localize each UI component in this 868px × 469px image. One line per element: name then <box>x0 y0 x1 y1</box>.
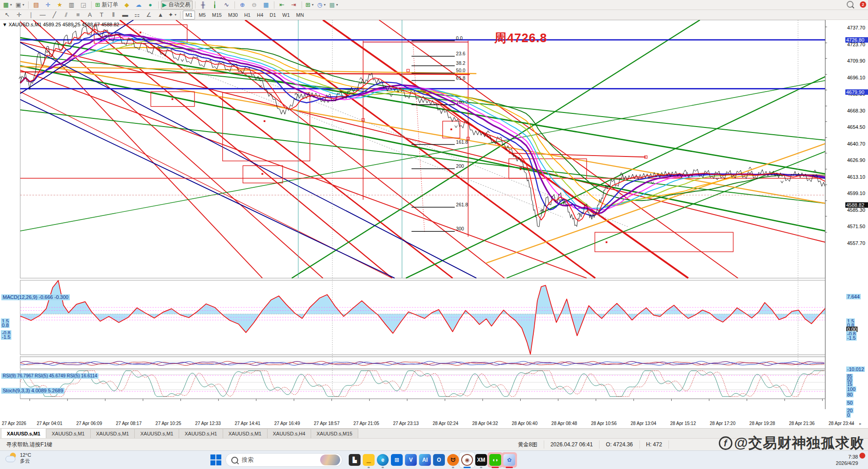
timeframe-m1[interactable]: M1 <box>183 10 195 20</box>
timeframe-d1[interactable]: D1 <box>267 10 279 20</box>
chart-scroll-arrows[interactable]: ◂ ▸ <box>851 421 864 426</box>
search-icon <box>231 457 238 464</box>
terminal-button[interactable]: ▥ <box>66 0 77 10</box>
weather-desc: 多云 <box>20 458 31 464</box>
svg-text:261.8: 261.8 <box>456 202 468 207</box>
notification-badge[interactable] <box>859 453 865 459</box>
photos-app-icon[interactable]: ▙ <box>347 452 362 468</box>
price-label: 4557.70 <box>847 240 865 246</box>
new-chart-button[interactable]: ▦▾ <box>2 0 13 10</box>
microsoft-store-icon[interactable]: ⊞ <box>389 452 405 468</box>
chart-tab-4[interactable]: XAUUSD.s,H1 <box>179 429 223 438</box>
svg-text:300: 300 <box>456 226 464 231</box>
microsoft-store-icon: ⊞ <box>391 454 403 466</box>
chart-tab-3[interactable]: XAUUSD.s,M1 <box>134 429 179 438</box>
search-highlight-thumbnail[interactable] <box>320 454 340 465</box>
weekly-level-annotation: 周4726.8 <box>494 30 547 46</box>
wechat-icon: ◖◗ <box>489 454 501 466</box>
chart-tab-6[interactable]: XAUUSD.s,H4 <box>267 429 312 438</box>
tile-windows-button[interactable]: ▦ <box>261 0 272 10</box>
time-label: 27 Apr 16:49 <box>274 421 300 426</box>
timeframe-h4[interactable]: H4 <box>254 10 266 20</box>
v-app-icon[interactable]: V <box>403 452 419 468</box>
periods-button[interactable]: ◷▾ <box>316 0 327 10</box>
timeframe-mn[interactable]: MN <box>293 10 307 20</box>
stoch-level-label: 80 <box>846 392 853 397</box>
channel-tool[interactable]: ⫽ <box>61 10 72 20</box>
photos-app-icon: ▙ <box>349 454 361 466</box>
office-app-icon[interactable]: O <box>431 452 447 468</box>
file-explorer-icon[interactable]: ▁ <box>361 452 376 468</box>
text-tool[interactable]: T <box>96 10 107 20</box>
fibonacci-tool[interactable]: ≡ <box>73 10 83 20</box>
line-chart-button[interactable]: ∿ <box>221 0 232 10</box>
svg-text:23.6: 23.6 <box>456 51 466 56</box>
zoom-in-button[interactable]: ⊕ <box>237 0 248 10</box>
community-button[interactable]: ☁ <box>133 0 144 10</box>
price-label: 4640.70 <box>847 141 865 147</box>
wechat-icon[interactable]: ◖◗ <box>488 452 503 468</box>
new-order-button[interactable]: ⊞新订单 <box>94 0 121 10</box>
angle-tool[interactable]: ∠ <box>143 10 154 20</box>
screen-recorder-icon[interactable]: ◉ <box>459 452 475 468</box>
metaeditor-button[interactable]: ◆ <box>122 0 132 10</box>
price-label: 4696.10 <box>847 75 865 80</box>
navigator-button[interactable]: ★ <box>54 0 65 10</box>
time-label: 27 Apr 04:01 <box>37 421 63 426</box>
taskbar-clock[interactable]: 7:38 2026/4/29 <box>836 454 858 466</box>
autotrading-button[interactable]: ▶自动交易 <box>161 0 193 10</box>
market-button[interactable]: ● <box>145 0 156 10</box>
triangle-tool[interactable]: ▲ <box>155 10 166 20</box>
profiles-button[interactable]: ▣▾ <box>14 0 25 10</box>
data-window-button[interactable]: ✛ <box>43 0 54 10</box>
magnifier-overlay-icon[interactable] <box>847 1 853 8</box>
xm-trading-icon[interactable]: XM <box>473 452 489 468</box>
strategy-tester-button[interactable]: ◲ <box>78 0 89 10</box>
time-label: 28 Apr 13:04 <box>630 421 656 426</box>
timeframe-h1[interactable]: H1 <box>241 10 253 20</box>
stoch-level-label: 50 <box>846 400 853 405</box>
chart-tab-7[interactable]: XAUUSD.s,M15 <box>311 429 358 438</box>
indicators-button[interactable]: ⊞▾ <box>304 0 315 10</box>
trendline-tool[interactable]: ╱ <box>49 10 60 20</box>
cursor-tool[interactable]: ↖ <box>2 10 13 20</box>
rectangle-tool[interactable]: ▬ <box>120 10 131 20</box>
market-watch-button[interactable]: ▤ <box>31 0 42 10</box>
arrow-style-tool[interactable]: A <box>84 10 95 20</box>
chart-shift-button[interactable]: ⇤ <box>277 0 288 10</box>
chart-tab-0[interactable]: XAUUSD.s,M1 <box>1 428 46 438</box>
timeframe-m30[interactable]: M30 <box>225 10 240 20</box>
status-profile[interactable]: 黄金8图 <box>512 440 544 449</box>
paint-app-icon[interactable]: ✿ <box>502 452 517 468</box>
price-line-badge: 4726.80 <box>845 37 868 43</box>
horizontal-line-tool[interactable]: — <box>37 10 48 20</box>
price-line-badge: 4679.90 <box>845 89 868 95</box>
templates-button[interactable]: ▩▾ <box>328 0 339 10</box>
timeframe-m5[interactable]: M5 <box>196 10 208 20</box>
cylinder-tool[interactable]: ⦀ <box>108 10 119 20</box>
chart-tab-2[interactable]: XAUUSD.s,M1 <box>90 429 135 438</box>
taskbar-search[interactable]: 搜索 <box>225 453 342 467</box>
chart-canvas[interactable]: 0.023.638.250.061.8100.0161.8200261.8300 <box>0 20 868 428</box>
start-button[interactable] <box>210 454 221 465</box>
ai-browser-icon[interactable]: AI <box>417 452 433 468</box>
time-label: 27 Apr 21:05 <box>353 421 379 426</box>
timeframe-w1[interactable]: W1 <box>280 10 293 20</box>
edge-browser-icon[interactable]: e <box>375 452 390 468</box>
chart-tab-1[interactable]: XAUUSD.s,M1 <box>46 429 91 438</box>
overlay-count-badge[interactable]: 2 <box>860 1 866 8</box>
shapes-tool[interactable]: ✦▾ <box>167 10 178 20</box>
candle-chart-button[interactable]: ╽ <box>210 0 220 10</box>
taskbar-weather-widget[interactable]: 12°C 多云 <box>5 452 31 464</box>
vertical-line-tool[interactable]: ｜ <box>25 10 36 20</box>
crosshair-tool[interactable]: ✛ <box>14 10 24 20</box>
zoom-out-button[interactable]: ⊖ <box>249 0 260 10</box>
bar-chart-button[interactable]: ╫ <box>198 0 209 10</box>
status-high-price: H: 472 <box>640 440 669 449</box>
auto-scroll-button[interactable]: ⇥ <box>288 0 299 10</box>
pattern-tool[interactable]: ⚏ <box>132 10 142 20</box>
chart-tab-5[interactable]: XAUUSD.s,M1 <box>223 429 268 438</box>
game-app-icon: ᗢ <box>447 454 459 466</box>
game-app-icon[interactable]: ᗢ <box>445 452 461 468</box>
timeframe-m15[interactable]: M15 <box>210 10 224 20</box>
